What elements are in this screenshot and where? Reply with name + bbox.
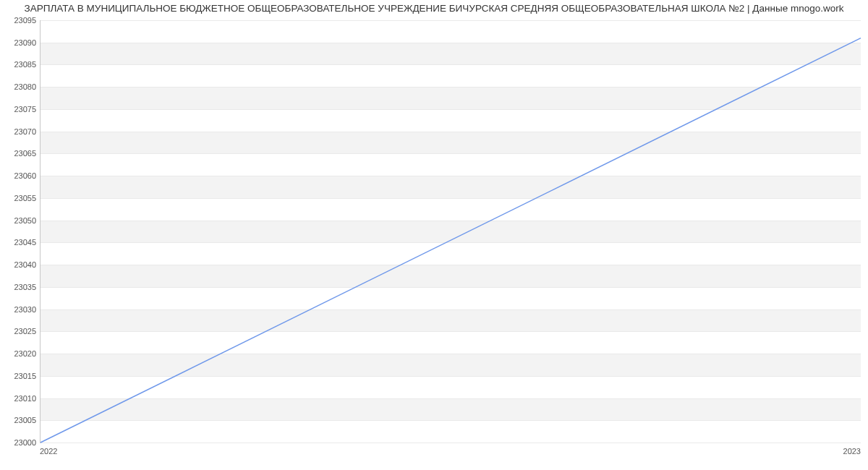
chart-container: ЗАРПЛАТА В МУНИЦИПАЛЬНОЕ БЮДЖЕТНОЕ ОБЩЕО… [0, 0, 868, 470]
y-tick-label: 23090 [4, 38, 36, 47]
y-tick-label: 23065 [4, 149, 36, 158]
y-tick-label: 23050 [4, 216, 36, 225]
y-tick-label: 23070 [4, 127, 36, 136]
line-series [41, 20, 861, 443]
series-line [41, 38, 861, 443]
y-tick-label: 23015 [4, 372, 36, 380]
y-tick-label: 23035 [4, 283, 36, 291]
y-tick-label: 23005 [4, 416, 36, 424]
y-tick-label: 23025 [4, 327, 36, 336]
x-tick-label: 2022 [40, 447, 57, 456]
y-tick-label: 23060 [4, 171, 36, 180]
y-tick-label: 23000 [4, 438, 36, 447]
y-tick-label: 23030 [4, 305, 36, 314]
y-tick-label: 23040 [4, 260, 36, 269]
y-tick-label: 23085 [4, 60, 36, 69]
y-tick-label: 23020 [4, 349, 36, 358]
y-gridline [41, 443, 861, 443]
y-tick-label: 23010 [4, 394, 36, 403]
y-tick-label: 23075 [4, 105, 36, 114]
y-tick-label: 23055 [4, 194, 36, 202]
y-tick-label: 23045 [4, 238, 36, 247]
y-tick-label: 23095 [4, 16, 36, 25]
x-tick-label: 2023 [843, 447, 861, 456]
plot-area [40, 20, 861, 443]
y-tick-label: 23080 [4, 82, 36, 91]
chart-title: ЗАРПЛАТА В МУНИЦИПАЛЬНОЕ БЮДЖЕТНОЕ ОБЩЕО… [0, 3, 868, 14]
